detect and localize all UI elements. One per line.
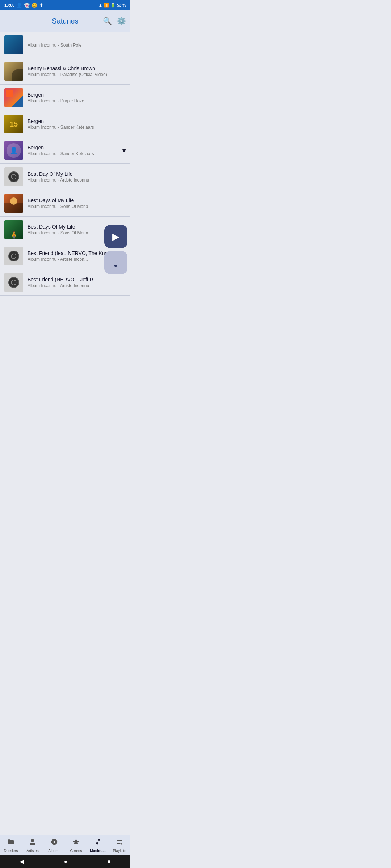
thumb-number-badge: 15 [10, 120, 18, 128]
song-info: Best Days of My Life Album Inconnu - Son… [28, 197, 126, 209]
battery-level: 53 % [117, 3, 126, 7]
list-item[interactable]: Best Day Of My Life Album Inconnu - Arti… [0, 164, 130, 190]
signal-icon: 📶 [104, 3, 109, 8]
float-music-button[interactable]: ♩ [104, 251, 127, 274]
song-thumbnail: 15 [4, 115, 23, 133]
song-subtitle: Album Inconnu - Artiste Inconnu [28, 283, 126, 288]
status-bar: 13:06 👤 👻 😊 ⬆ ▲ 📶 🔋 53 % [0, 0, 130, 10]
list-item[interactable]: 15 Bergen Album Inconnu - Sander Ketelaa… [0, 111, 130, 137]
floating-overlay: ▶ ♩ [104, 225, 127, 274]
song-subtitle: Album Inconnu - Artiste Inconnu [28, 178, 126, 183]
song-thumbnail [4, 35, 23, 54]
song-title: Best Friend (NERVO _ Jeff R... [28, 277, 126, 282]
song-thumbnail [4, 247, 23, 265]
list-item[interactable]: Best Days of My Life Album Inconnu - Son… [0, 190, 130, 217]
song-info: Benny Benassi & Chris Brown Album Inconn… [28, 65, 126, 77]
user-icon: 👤 [16, 3, 22, 8]
song-thumbnail: 🧍 [4, 220, 23, 239]
vinyl-art [8, 251, 19, 261]
song-info: Best Friend (NERVO _ Jeff R... Album Inc… [28, 277, 126, 288]
song-thumbnail [4, 167, 23, 186]
settings-icon[interactable]: ⚙️ [117, 17, 126, 25]
song-info: Album Inconnu - South Pole [28, 42, 126, 48]
song-thumbnail: 👤 [4, 141, 23, 160]
status-time: 13:06 [4, 3, 14, 7]
song-title: Bergen [28, 118, 126, 124]
song-info: Bergen Album Inconnu - Sander Ketelaars [28, 118, 126, 130]
list-item[interactable]: 👤 Bergen Album Inconnu - Sander Ketelaar… [0, 137, 130, 164]
list-item[interactable]: Album Inconnu - South Pole [0, 32, 130, 58]
song-subtitle: Album Inconnu - Paradise (Official Video… [28, 72, 126, 77]
float-play-button[interactable]: ▶ [104, 225, 127, 248]
status-right: ▲ 📶 🔋 53 % [98, 3, 126, 8]
smiley-icon: 😊 [31, 3, 37, 8]
song-info: Bergen Album Inconnu - Sander Ketelaars [28, 145, 119, 156]
vinyl-art [8, 277, 19, 288]
snapchat-icon: 👻 [24, 3, 30, 8]
search-icon[interactable]: 🔍 [103, 17, 112, 25]
music-note-icon: ♩ [113, 256, 119, 269]
liked-icon[interactable]: ♥ [122, 147, 126, 154]
list-item[interactable]: Bergen Album Inconnu - Purple Haze [0, 85, 130, 111]
song-subtitle: Album Inconnu - Sander Ketelaars [28, 151, 119, 156]
list-item[interactable]: Benny Benassi & Chris Brown Album Inconn… [0, 58, 130, 85]
song-list: Album Inconnu - South Pole Benny Benassi… [0, 32, 130, 325]
song-subtitle: Album Inconnu - Purple Haze [28, 98, 126, 103]
song-title: Bergen [28, 145, 119, 150]
battery-icon: 🔋 [110, 3, 115, 8]
play-icon: ▶ [112, 231, 119, 242]
app-header: Satunes 🔍 ⚙️ [0, 10, 130, 32]
song-info: Best Day Of My Life Album Inconnu - Arti… [28, 171, 126, 183]
song-title: Best Day Of My Life [28, 171, 126, 177]
song-subtitle: Album Inconnu - South Pole [28, 43, 126, 48]
song-subtitle: Album Inconnu - Sander Ketelaars [28, 125, 126, 130]
song-thumbnail [4, 273, 23, 292]
song-subtitle: Album Inconnu - Sons Of Maria [28, 204, 126, 209]
header-icons: 🔍 ⚙️ [103, 17, 126, 25]
song-title: Best Days of My Life [28, 197, 126, 203]
song-title: Benny Benassi & Chris Brown [28, 65, 126, 71]
song-info: Bergen Album Inconnu - Purple Haze [28, 92, 126, 103]
song-thumbnail [4, 194, 23, 213]
vinyl-art [8, 171, 19, 182]
song-thumbnail [4, 62, 23, 81]
app-title: Satunes [52, 17, 78, 25]
upload-icon: ⬆ [39, 3, 43, 8]
song-thumbnail [4, 88, 23, 107]
status-left: 13:06 👤 👻 😊 ⬆ [4, 3, 43, 8]
song-title: Bergen [28, 92, 126, 98]
wifi-icon: ▲ [98, 3, 102, 7]
